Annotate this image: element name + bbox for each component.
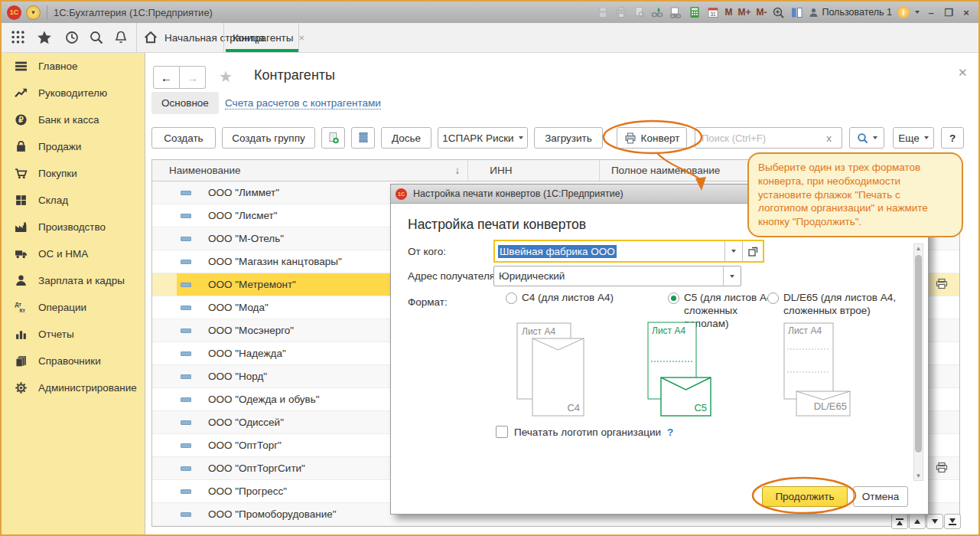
maximize-button[interactable]: ❒: [943, 7, 955, 18]
print-logo-checkbox[interactable]: [496, 426, 508, 438]
from-dropdown-button[interactable]: [724, 241, 742, 261]
from-value[interactable]: Швейная фабрика ООО: [498, 245, 617, 258]
dropdown-caret-icon: [519, 136, 523, 139]
global-search-icon[interactable]: [89, 30, 104, 45]
format-radio-dl[interactable]: DL/E65 (для листов A4, сложенных втрое): [767, 292, 896, 318]
address-dropdown-button[interactable]: [723, 266, 741, 286]
column-header-name[interactable]: Наименование ↓: [152, 160, 468, 181]
sidebar-item-label: Операции: [38, 302, 86, 313]
search-options-button[interactable]: [849, 127, 884, 149]
go-first-icon: [897, 521, 903, 525]
back-button[interactable]: ←: [153, 66, 180, 89]
add-link-icon[interactable]: [651, 6, 664, 19]
tab-counterparties[interactable]: Контрагенты ×: [233, 23, 304, 52]
svg-text:₽: ₽: [18, 116, 24, 124]
element-marker-icon: [181, 397, 191, 402]
sidebar-item-factory[interactable]: Производство: [2, 214, 145, 240]
spark-risks-button[interactable]: 1СПАРК Риски: [438, 127, 528, 149]
calendar-icon[interactable]: 31: [706, 6, 719, 19]
user-indicator[interactable]: Пользователь 1: [809, 7, 892, 18]
calculator-icon[interactable]: [688, 6, 701, 19]
sort-desc-icon[interactable]: ↓: [454, 165, 460, 176]
copy-link-icon[interactable]: [669, 6, 682, 19]
address-field[interactable]: Юридический: [493, 266, 741, 286]
zoom-icon[interactable]: [772, 6, 785, 19]
print-preview-icon[interactable]: [633, 6, 646, 19]
sidebar-item-warehouse[interactable]: Склад: [2, 187, 145, 214]
favorites-star-icon[interactable]: [37, 30, 52, 45]
search-input[interactable]: [695, 127, 817, 149]
tab-close-icon[interactable]: ×: [299, 32, 305, 44]
list-settings-button[interactable]: [351, 127, 375, 149]
svg-text:DL/E65: DL/E65: [814, 400, 847, 412]
sidebar-item-truck[interactable]: ОС и НМА: [2, 240, 145, 267]
print-icon[interactable]: [614, 6, 627, 19]
dropdown-caret-icon: [873, 136, 877, 139]
scrollbar-thumb[interactable]: [915, 255, 922, 453]
memory-m-button[interactable]: M: [724, 7, 732, 18]
from-label: От кого:: [408, 246, 446, 257]
from-open-button[interactable]: [742, 241, 763, 261]
forward-button[interactable]: →: [180, 66, 206, 89]
counterparty-name: ООО "Мода": [208, 302, 269, 313]
sidebar-item-chart[interactable]: Отчеты: [2, 321, 145, 348]
history-icon[interactable]: [64, 30, 80, 45]
memory-m-minus-button[interactable]: M-: [756, 7, 767, 18]
go-next-button[interactable]: [926, 514, 943, 529]
info-caret-icon[interactable]: [915, 11, 920, 14]
address-value: Юридический: [494, 266, 723, 286]
counterparty-name: ООО "Норд": [208, 371, 267, 382]
favorite-star-icon[interactable]: ★: [219, 67, 233, 86]
scroll-down-icon[interactable]: ▼: [914, 472, 923, 479]
sidebar-item-gear[interactable]: Администрирование: [2, 374, 145, 401]
logo-help-link[interactable]: ?: [667, 427, 673, 438]
from-field[interactable]: Швейная фабрика ООО: [493, 240, 764, 263]
main-menu-button[interactable]: ▼: [26, 5, 41, 20]
envelope-button[interactable]: Конверт: [617, 127, 687, 149]
go-last-button[interactable]: [944, 514, 961, 529]
1c-logo-icon: 1С: [396, 188, 407, 200]
save-icon[interactable]: [596, 6, 609, 19]
format-radio-c4[interactable]: C4 (для листов A4): [506, 292, 636, 305]
dialog-scrollbar[interactable]: ▲ ▼: [913, 243, 923, 481]
create-group-button[interactable]: Создать группу: [222, 127, 315, 149]
sidebar-item-ruble[interactable]: ₽Банк и касса: [2, 106, 145, 133]
dossier-button[interactable]: Досье: [381, 127, 431, 149]
create-button[interactable]: Создать: [151, 127, 216, 149]
copy-button[interactable]: [321, 127, 345, 149]
tab-separator: [136, 23, 137, 52]
truck-icon: [13, 247, 28, 260]
column-header-inn[interactable]: ИНН: [468, 160, 600, 181]
more-button[interactable]: Еще: [893, 127, 934, 149]
load-button[interactable]: Загрузить: [534, 127, 603, 149]
sidebar-item-cart[interactable]: Покупки: [2, 160, 145, 187]
sidebar-item-menu[interactable]: Главное: [2, 53, 145, 80]
continue-button[interactable]: Продолжить: [762, 486, 848, 507]
sidebar-item-label: Склад: [38, 194, 68, 206]
sidebar-item-dtkt[interactable]: ДтКтОперации: [2, 294, 145, 321]
help-button[interactable]: ?: [941, 127, 964, 149]
subtab-accounts-link[interactable]: Счета расчетов с контрагентами: [225, 97, 381, 109]
subtab-main[interactable]: Основное: [151, 92, 219, 114]
go-prev-button[interactable]: [909, 514, 926, 529]
close-form-icon[interactable]: ✕: [958, 66, 968, 80]
minimize-button[interactable]: –: [925, 7, 937, 18]
envelope-c5-illustration: Лист A4 C5: [648, 322, 711, 416]
apps-grid-icon[interactable]: [11, 30, 26, 45]
memory-m-plus-button[interactable]: M+: [737, 7, 750, 18]
user-icon: [809, 8, 819, 18]
cancel-button[interactable]: Отмена: [853, 486, 908, 507]
counterparty-name: ООО "Одежда и обувь": [208, 394, 320, 405]
sidebar-item-trend[interactable]: Руководителю: [2, 80, 145, 106]
sidebar-item-books[interactable]: Справочники: [2, 348, 145, 374]
notifications-bell-icon[interactable]: [113, 30, 129, 45]
sidebar-item-person[interactable]: Зарплата и кадры: [2, 267, 145, 294]
info-button[interactable]: i: [897, 6, 910, 18]
split-view-icon[interactable]: [790, 6, 803, 19]
chart-icon: [13, 328, 28, 341]
search-clear-button[interactable]: x: [816, 127, 842, 149]
close-window-button[interactable]: ×: [960, 7, 972, 18]
go-first-button[interactable]: [891, 514, 908, 529]
sidebar-item-bag[interactable]: Продажи: [2, 133, 145, 160]
scroll-up-icon[interactable]: ▲: [914, 245, 923, 252]
